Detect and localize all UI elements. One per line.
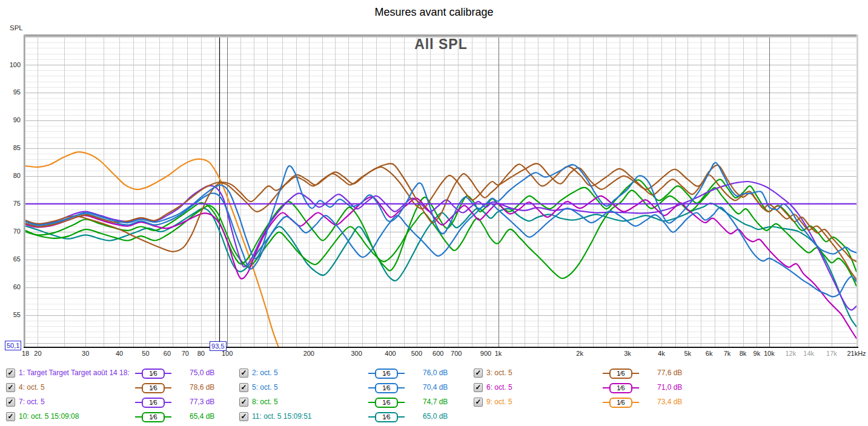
badge-line-left (368, 402, 375, 403)
legend-item: ✓ 4: oct. 5 1⁄6 78,6 dB (6, 381, 239, 396)
smoothing-badge[interactable]: 1⁄6 (127, 382, 180, 393)
badge-line-left (135, 416, 142, 418)
smoothing-badge[interactable]: 1⁄6 (360, 368, 413, 379)
x-tick-label: 80 (197, 350, 205, 357)
legend-label[interactable]: 10: oct. 5 15:09:08 (19, 412, 79, 421)
badge-line-left (603, 373, 609, 374)
badge-line-left (368, 373, 375, 374)
legend-checkbox[interactable]: ✓ (239, 369, 248, 378)
legend-label[interactable]: 5: oct. 5 (252, 383, 278, 392)
smoothing-badge[interactable]: 1⁄6 (594, 382, 648, 393)
badge-line-right (398, 373, 405, 374)
x-tick-label: 14k (803, 350, 814, 357)
x-tick-label: 12k (785, 350, 796, 357)
smoothing-value: 1⁄6 (609, 369, 632, 379)
x-tick-label: 20 (34, 350, 41, 357)
smoothing-badge[interactable]: 1⁄6 (360, 397, 413, 408)
y-tick-label: 65 (0, 255, 21, 263)
legend-label[interactable]: 9: oct. 5 (486, 398, 512, 406)
spl-curve (25, 196, 856, 338)
badge-line-right (165, 373, 171, 374)
legend-db-value: 77,3 dB (190, 398, 214, 406)
smoothing-badge[interactable]: 1⁄6 (594, 397, 648, 408)
legend-item: ✓ 7: oct. 5 1⁄6 77,3 dB (6, 396, 239, 410)
page-title: Mesures avant calibrage (0, 6, 868, 19)
legend-checkbox[interactable]: ✓ (239, 398, 248, 407)
legend-checkbox[interactable]: ✓ (6, 412, 15, 421)
badge-line-right (632, 402, 639, 403)
legend-label[interactable]: 11: oct. 5 15:09:51 (252, 412, 312, 421)
smoothing-badge[interactable]: 1⁄6 (360, 411, 413, 422)
badge-line-right (398, 402, 405, 403)
legend-db-value: 75,0 dB (190, 369, 214, 377)
legend-checkbox[interactable]: ✓ (239, 412, 248, 421)
legend-checkbox[interactable]: ✓ (239, 383, 248, 392)
smoothing-value: 1⁄6 (609, 398, 632, 408)
legend-checkbox[interactable]: ✓ (6, 383, 15, 392)
badge-line-left (135, 387, 142, 388)
badge-line-right (398, 387, 405, 388)
smoothing-value: 1⁄6 (375, 398, 398, 408)
badge-line-left (368, 416, 375, 418)
y-tick-label: 90 (0, 116, 21, 123)
legend-item: ✓ 3: oct. 5 1⁄6 77,6 dB (474, 367, 868, 381)
y-tick-label: 75 (0, 200, 21, 207)
x-tick-label: 40 (116, 350, 123, 357)
legend-db-value: 78,6 dB (190, 383, 214, 392)
smoothing-badge[interactable]: 1⁄6 (360, 382, 413, 393)
legend-checkbox[interactable]: ✓ (6, 398, 15, 407)
smoothing-value: 1⁄6 (375, 383, 398, 393)
legend-label[interactable]: 7: oct. 5 (19, 398, 45, 406)
smoothing-value: 1⁄6 (142, 412, 165, 422)
legend-checkbox[interactable]: ✓ (474, 369, 483, 378)
legend-checkbox[interactable]: ✓ (474, 383, 483, 392)
legend-label[interactable]: 6: oct. 5 (486, 383, 512, 392)
legend-checkbox[interactable]: ✓ (474, 398, 483, 407)
x-tick-label: 400 (385, 350, 396, 357)
legend-label[interactable]: 4: oct. 5 (19, 383, 45, 392)
x-tick-label: 30 (82, 350, 89, 357)
legend-db-value: 77,6 dB (657, 369, 682, 377)
y-tick-label: 100 (0, 61, 21, 68)
legend-db-value: 76,0 dB (423, 369, 448, 377)
spl-curve (25, 193, 856, 297)
legend-checkbox[interactable]: ✓ (6, 369, 15, 378)
y-tick-label: 95 (0, 88, 21, 96)
badge-line-right (165, 387, 171, 388)
legend-db-value: 71,0 dB (657, 383, 682, 392)
x-tick-label: 500 (411, 350, 422, 357)
legend-item: ✓ 8: oct. 5 1⁄6 74,7 dB (239, 396, 474, 410)
legend-label[interactable]: 3: oct. 5 (486, 369, 512, 377)
smoothing-value: 1⁄6 (142, 383, 165, 393)
x-tick-label: 6k (706, 350, 713, 357)
smoothing-badge[interactable]: 1⁄6 (594, 368, 648, 379)
legend-label[interactable]: 8: oct. 5 (252, 398, 278, 406)
legend-label[interactable]: 1: Target Target Target août 14 18: (19, 369, 130, 377)
y-tick-label: 80 (0, 172, 21, 179)
smoothing-badge[interactable]: 1⁄6 (127, 411, 180, 422)
x-tick-label: 5k (684, 350, 691, 357)
x-tick-label: 50 (142, 350, 149, 357)
badge-line-right (165, 416, 171, 418)
badge-line-left (135, 402, 142, 403)
spl-curve (25, 179, 856, 272)
badge-line-right (632, 387, 639, 388)
x-tick-label: 7k (724, 350, 731, 357)
smoothing-value: 1⁄6 (142, 398, 165, 408)
smoothing-badge[interactable]: 1⁄6 (127, 397, 180, 408)
plot-frame-right (856, 34, 858, 347)
legend-item: ✓ 9: oct. 5 1⁄6 73,4 dB (474, 396, 868, 410)
legend-label[interactable]: 2: oct. 5 (252, 369, 278, 377)
x-tick-label: 4k (658, 350, 665, 357)
legend-db-value: 65,4 dB (190, 412, 214, 421)
x-tick-label: 3k (624, 350, 631, 357)
smoothing-badge[interactable]: 1⁄6 (127, 368, 180, 379)
x-tick-label: 18 (22, 350, 29, 357)
cursor-x-readout: 93,5 (210, 341, 226, 351)
x-tick-label: 700 (451, 350, 462, 357)
x-tick-label: 2k (576, 350, 583, 357)
spl-plot[interactable] (25, 38, 856, 347)
legend-item: ✓ 11: oct. 5 15:09:51 1⁄6 65,0 dB (239, 410, 474, 425)
x-tick-label: 21kHz (847, 350, 866, 357)
rew-spl-window: Mesures avant calibrage SPL All SPL 1009… (0, 0, 868, 426)
